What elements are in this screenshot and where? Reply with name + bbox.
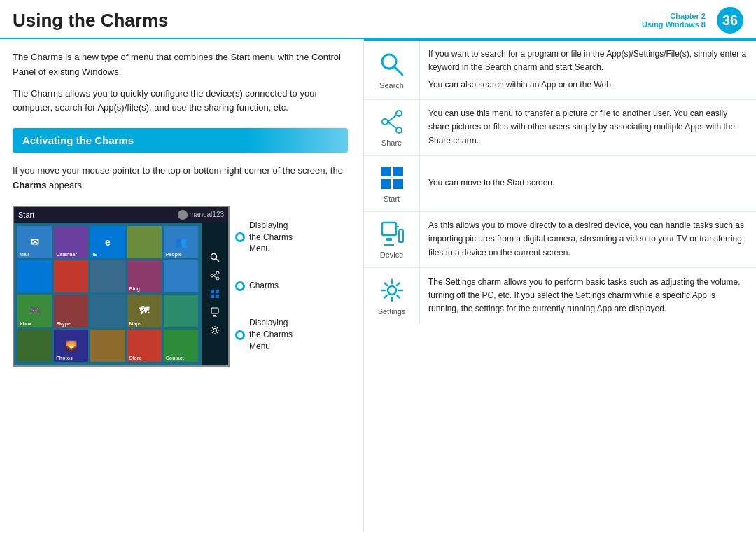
win8-tile: Store: [127, 330, 162, 362]
screenshot-area: Start manual123 ✉MailCalendareIE👥PeopleB…: [13, 206, 348, 367]
taskbar-user: manual123: [178, 210, 224, 220]
intro-paragraph-1: The Charms is a new type of menu that co…: [13, 50, 348, 80]
charm-desc-device: As this allows you to move directly to a…: [420, 212, 756, 267]
user-icon: [178, 210, 188, 220]
page-header: Using the Charms Chapter 2 Using Windows…: [0, 0, 756, 39]
win8-tile: [90, 330, 125, 362]
charm-row-device: DeviceAs this allows you to move directl…: [364, 212, 756, 268]
callout-dot-2: [235, 281, 245, 291]
activating-charms-header: Activating the Charms: [13, 128, 348, 153]
charms-bold: Charms: [13, 180, 46, 190]
charm-icon-col-search: Search: [364, 41, 420, 99]
chapter-sub: Using Windows 8: [642, 20, 706, 29]
chapter-info: Chapter 2 Using Windows 8 36: [642, 7, 743, 34]
callout-1: Displayingthe CharmsMenu: [235, 220, 293, 255]
intro-paragraph-2: The Charms allows you to quickly configu…: [13, 87, 348, 116]
win8-tile: Skype: [54, 295, 88, 327]
win8-tile: [18, 330, 52, 362]
charm-share-small: [208, 269, 222, 283]
callout-label-2: Charms: [249, 280, 279, 292]
svg-rect-27: [399, 230, 403, 242]
win8-tile: [164, 260, 198, 292]
charm-name-search: Search: [379, 81, 404, 90]
activating-paragraph: If you move your mouse pointer to the to…: [13, 164, 348, 193]
charm-start-small: [208, 287, 222, 301]
win8-screenshot: Start manual123 ✉MailCalendareIE👥PeopleB…: [13, 206, 230, 367]
start-icon: [378, 164, 406, 192]
charm-icon-col-start: Start: [364, 156, 420, 211]
svg-rect-8: [216, 290, 219, 293]
charm-row-start: StartYou can move to the Start screen.: [364, 156, 756, 212]
svg-line-5: [214, 274, 216, 276]
svg-point-31: [388, 286, 396, 295]
win8-tile: [164, 295, 198, 327]
charm-settings-small: [208, 323, 222, 337]
charm-row-settings: SettingsThe Settings charm allows you to…: [364, 268, 756, 324]
svg-point-18: [382, 119, 388, 125]
svg-rect-7: [211, 290, 214, 293]
win8-tile: [90, 260, 125, 292]
search-icon: [378, 50, 406, 78]
svg-rect-24: [381, 179, 391, 189]
charm-icon-col-share: Share: [364, 100, 420, 155]
settings-icon: [378, 276, 406, 304]
right-column: SearchIf you want to search for a progra…: [364, 39, 756, 532]
win8-charms-bar: [202, 223, 228, 365]
win8-tile: 👥People: [164, 226, 198, 258]
charm-device-small: [208, 305, 222, 319]
main-content: The Charms is a new type of menu that co…: [0, 39, 756, 532]
svg-rect-29: [386, 238, 392, 241]
win8-tile: [127, 226, 162, 258]
win8-tile: eIE: [90, 226, 125, 258]
device-icon: [378, 220, 406, 248]
charm-desc-search: If you want to search for a program or f…: [420, 41, 756, 99]
svg-rect-23: [393, 167, 403, 176]
charm-name-start: Start: [384, 195, 400, 203]
callout-label-3: Displayingthe CharmsMenu: [249, 317, 293, 352]
svg-line-6: [214, 276, 216, 278]
win8-tile: Calendar: [54, 226, 88, 258]
charm-icon-col-settings: Settings: [364, 268, 420, 324]
svg-rect-9: [211, 295, 214, 298]
callout-dot-3: [235, 330, 245, 340]
win8-tile: ✉Mail: [18, 226, 52, 258]
callouts: Displayingthe CharmsMenu Charms Displayi…: [235, 206, 293, 367]
win8-tile: 🗺Maps: [127, 295, 162, 327]
win8-tiles: ✉MailCalendareIE👥PeopleBing🎮XboxSkype🗺Ma…: [14, 223, 202, 365]
svg-line-16: [395, 67, 402, 75]
callout-3: Displayingthe CharmsMenu: [235, 317, 293, 352]
charm-desc-settings: The Settings charm allows you to perform…: [420, 268, 756, 324]
charm-row-share: ShareYou can use this menu to transfer a…: [364, 100, 756, 156]
svg-rect-10: [216, 295, 219, 298]
win8-tile: Bing: [127, 260, 162, 292]
win8-tile: [18, 260, 52, 292]
win8-taskbar: Start manual123: [14, 207, 228, 223]
charm-name-share: Share: [382, 139, 402, 147]
svg-line-20: [388, 115, 396, 122]
svg-line-1: [216, 258, 220, 262]
share-icon: [378, 108, 406, 136]
callout-dot-1: [235, 232, 245, 242]
svg-point-14: [214, 328, 217, 332]
svg-rect-26: [382, 223, 396, 235]
svg-point-0: [211, 253, 217, 259]
left-column: The Charms is a new type of menu that co…: [0, 39, 364, 532]
svg-point-3: [211, 274, 214, 277]
chapter-badge: 36: [717, 7, 743, 34]
svg-point-19: [396, 127, 402, 133]
win8-tile: [90, 295, 125, 327]
chapter-label: Chapter 2: [670, 12, 706, 20]
callout-label-1: Displayingthe CharmsMenu: [249, 220, 293, 255]
win8-tile: 🌄Photos: [54, 330, 88, 362]
svg-rect-22: [381, 167, 391, 176]
charm-row-search: SearchIf you want to search for a progra…: [364, 41, 756, 100]
charm-name-settings: Settings: [378, 307, 406, 316]
svg-rect-25: [393, 179, 403, 189]
charm-desc-share: You can use this menu to transfer a pict…: [420, 100, 756, 155]
page-title: Using the Charms: [13, 10, 169, 31]
win8-tile: [54, 260, 88, 292]
win8-tile: Contact: [164, 330, 198, 362]
svg-rect-11: [211, 308, 218, 313]
svg-point-4: [216, 277, 219, 280]
win8-tile: 🎮Xbox: [18, 295, 52, 327]
